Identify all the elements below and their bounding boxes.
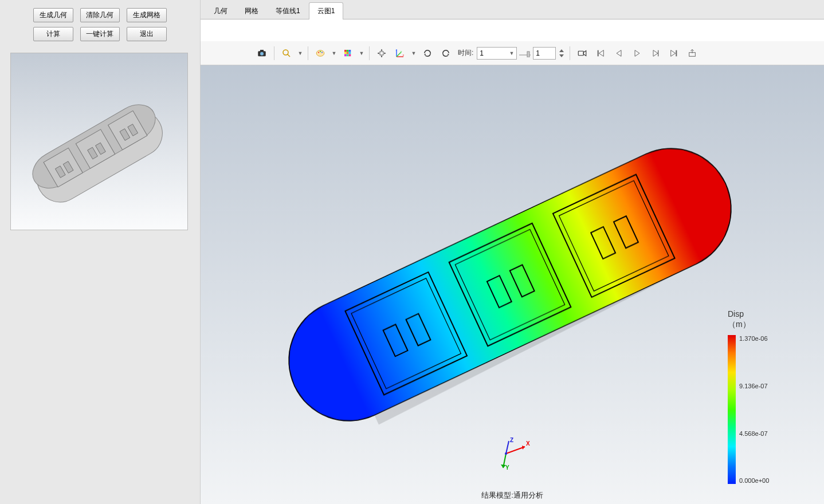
viewer-toolbar: ▼ ▼ ▼ xzy ▼	[201, 41, 824, 65]
toolbar-sep	[570, 46, 570, 60]
svg-rect-20	[344, 50, 347, 52]
camera-icon[interactable]	[253, 45, 270, 62]
record-icon[interactable]	[574, 45, 591, 62]
legend-tick: 0.000e+00	[739, 477, 769, 484]
rotate-cw-icon[interactable]	[437, 45, 454, 62]
exit-button[interactable]: 退出	[127, 27, 167, 41]
legend-ticks: 1.370e-06 9.136e-07 4.568e-07 0.000e+00	[739, 335, 769, 484]
palette-icon[interactable]	[312, 45, 329, 62]
control-buttons: 生成几何 清除几何 生成网格 计算 一键计算 退出	[10, 8, 190, 41]
svg-rect-22	[349, 50, 351, 52]
legend-tick: 1.370e-06	[739, 335, 769, 342]
next-icon[interactable]	[647, 45, 664, 62]
palette-dropdown[interactable]: ▼	[330, 45, 338, 62]
time-label: 时间:	[458, 48, 473, 58]
svg-text:y: y	[401, 49, 402, 53]
svg-point-12	[260, 52, 264, 55]
svg-point-48	[505, 452, 507, 455]
svg-line-47	[506, 441, 509, 454]
svg-rect-38	[579, 51, 584, 56]
export-icon[interactable]	[684, 45, 701, 62]
legend-title: Disp （m）	[728, 309, 796, 329]
svg-rect-25	[349, 52, 351, 54]
first-icon[interactable]	[592, 45, 609, 62]
cube-dropdown[interactable]: ▼	[358, 45, 366, 62]
viewer: ▼ ▼ ▼ xzy ▼	[201, 19, 824, 504]
svg-rect-29	[380, 52, 383, 55]
svg-rect-13	[260, 50, 264, 52]
toolbar-sep	[308, 46, 308, 60]
svg-rect-41	[676, 50, 677, 56]
cube-icon[interactable]	[339, 45, 356, 62]
svg-line-15	[288, 54, 291, 57]
toolbar-sep	[369, 46, 370, 60]
svg-line-32	[397, 52, 401, 57]
time-combo[interactable]: 1 ▼	[477, 47, 517, 60]
one-click-calc-button[interactable]: 一键计算	[80, 27, 120, 41]
svg-text:X: X	[526, 440, 530, 447]
prev-icon[interactable]	[610, 45, 627, 62]
frame-input[interactable]	[533, 47, 556, 60]
svg-rect-28	[349, 54, 351, 56]
calc-button[interactable]: 计算	[33, 27, 73, 41]
chevron-down-icon: ▼	[509, 50, 514, 56]
svg-rect-26	[344, 54, 347, 56]
sidebar: 生成几何 清除几何 生成网格 计算 一键计算 退出	[0, 0, 200, 504]
svg-rect-37	[527, 52, 529, 57]
legend-tick: 4.568e-07	[739, 430, 769, 437]
last-icon[interactable]	[665, 45, 682, 62]
svg-rect-27	[347, 54, 349, 56]
zoom-dropdown[interactable]: ▼	[296, 45, 304, 62]
svg-text:Y: Y	[505, 464, 509, 471]
tab-geometry[interactable]: 几何	[205, 2, 236, 19]
tab-cloud1[interactable]: 云图1	[309, 2, 344, 19]
svg-text:Z: Z	[510, 437, 513, 443]
legend-tick: 9.136e-07	[739, 383, 769, 389]
svg-rect-24	[347, 52, 349, 54]
gen-geom-button[interactable]: 生成几何	[33, 8, 73, 22]
tab-mesh[interactable]: 网格	[236, 2, 267, 19]
legend-gradient	[728, 335, 736, 484]
axis-triad: X Y Z	[492, 436, 532, 471]
toolbar-sep	[274, 46, 274, 60]
stepper-icon[interactable]	[557, 45, 566, 62]
svg-rect-39	[598, 50, 599, 56]
time-combo-value: 1	[480, 49, 484, 57]
svg-text:z: z	[396, 48, 398, 52]
slider-icon[interactable]	[518, 45, 532, 62]
svg-text:x: x	[403, 53, 405, 57]
model-preview	[10, 53, 188, 230]
svg-point-18	[320, 50, 321, 52]
play-icon[interactable]	[629, 45, 646, 62]
axes-dropdown[interactable]: ▼	[410, 45, 418, 62]
svg-rect-23	[344, 52, 347, 54]
svg-point-17	[318, 52, 319, 53]
svg-rect-21	[347, 50, 349, 52]
rotate-ccw-icon[interactable]	[419, 45, 436, 62]
svg-line-43	[506, 447, 525, 454]
svg-point-19	[321, 52, 323, 53]
axes-icon[interactable]: xzy	[391, 45, 409, 62]
main-panel: 几何 网格 等值线1 云图1 ▼ ▼	[200, 0, 824, 504]
svg-rect-40	[658, 50, 658, 56]
status-text: 结果模型:通用分析	[481, 490, 543, 501]
preview-model-render	[17, 59, 183, 225]
zoom-icon[interactable]	[278, 45, 295, 62]
gen-mesh-button[interactable]: 生成网格	[127, 8, 167, 22]
view-tabs: 几何 网格 等值线1 云图1	[201, 0, 824, 19]
color-legend: Disp （m） 1.370e-06 9.136e-07 4.568e-07 0…	[728, 309, 796, 484]
tab-contour1[interactable]: 等值线1	[267, 2, 309, 19]
pan-icon[interactable]	[373, 45, 390, 62]
clear-geom-button[interactable]: 清除几何	[80, 8, 120, 22]
